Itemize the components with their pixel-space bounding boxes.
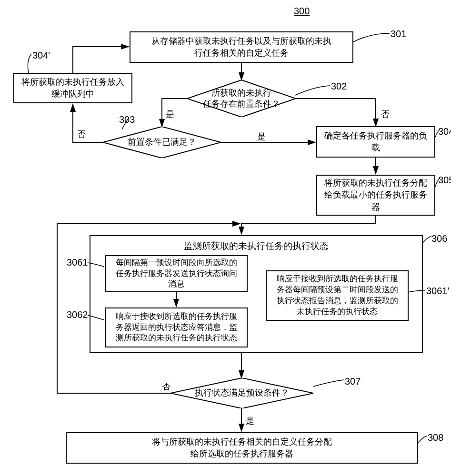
label-304: 304 [438, 126, 451, 137]
label-301: 301 [391, 29, 406, 40]
box-304p-text: 将所获取的未执行任务放入 缓冲队列中 [21, 76, 124, 100]
edge-303-yes: 是 [257, 131, 266, 142]
box-306: 监测所获取的未执行任务的执行状态 每间隔第一预设时间段向所选取的 任务执行服务器… [90, 235, 423, 353]
figure-ref: 300 [294, 6, 310, 17]
box-305: 将所获取的未执行任务分配 给负载最小的任务执行服务 器 [316, 175, 435, 216]
edge-302-yes: 是 [166, 109, 174, 120]
box-3062: 响应于接收到所选取的任务执行服 务器返回的执行状态应答消息，监 测所获取的未执行… [105, 307, 248, 347]
box-301-text: 从存储器中获取未执行任务以及与所获取的未执 行任务相关的自定义任务 [151, 35, 331, 59]
diamond-303-text: 前置条件已满足？ [128, 137, 196, 148]
label-307: 307 [345, 376, 361, 387]
box-3061p: 响应于接收到所选取的任务执行服 务器每间隔预设第二时间段发送的 执行状态报告消息… [266, 270, 409, 321]
diamond-302: 所获取的未执行 任务存在前置条件？ [187, 80, 296, 117]
label-303: 303 [119, 114, 135, 125]
label-305: 305 [438, 175, 451, 186]
box-304p: 将所获取的未执行任务放入 缓冲队列中 [13, 73, 132, 103]
box-308-text: 将与所获取的未执行任务相关的自定义任务分配 给所选取的任务执行服务器 [152, 436, 332, 460]
box-3061-text: 每间隔第一预设时间段向所选取的 任务执行服务器发送执行状态询问 消息 [116, 258, 237, 290]
box-306-title: 监测所获取的未执行任务的执行状态 [90, 240, 422, 252]
diamond-303: 前置条件已满足？ [103, 127, 221, 158]
label-302: 302 [331, 81, 347, 92]
label-308: 308 [428, 432, 443, 443]
label-3061: 3061 [67, 257, 88, 268]
diamond-302-text: 所获取的未执行 任务存在前置条件？ [203, 88, 280, 110]
edge-307-no: 否 [162, 381, 170, 392]
label-304p: 304' [32, 50, 50, 61]
edge-303-no: 否 [77, 129, 86, 140]
box-3061p-text: 响应于接收到所选取的任务执行服 务器每间隔预设第二时间段发送的 执行状态报告消息… [277, 274, 398, 317]
diamond-307-text: 执行状态满足预设条件？ [195, 387, 289, 398]
box-301: 从存储器中获取未执行任务以及与所获取的未执 行任务相关的自定义任务 [130, 31, 353, 63]
edge-307-yes: 是 [246, 415, 254, 426]
edge-302-no: 否 [381, 109, 390, 120]
box-3061: 每间隔第一预设时间段向所选取的 任务执行服务器发送执行状态询问 消息 [105, 255, 248, 292]
label-306: 306 [431, 233, 447, 244]
box-304: 确定各任务执行服务器的负 载 [316, 126, 435, 158]
box-308: 将与所获取的未执行任务相关的自定义任务分配 给所选取的任务执行服务器 [66, 432, 418, 464]
label-3062: 3062 [67, 309, 88, 320]
box-3062-text: 响应于接收到所选取的任务执行服 务器返回的执行状态应答消息，监 测所获取的未执行… [116, 311, 237, 344]
diamond-307: 执行状态满足预设条件？ [170, 378, 313, 408]
box-305-text: 将所获取的未执行任务分配 给负载最小的任务执行服务 器 [324, 177, 427, 213]
label-3061p: 3061' [426, 286, 449, 297]
box-304-text: 确定各任务执行服务器的负 载 [324, 130, 427, 154]
